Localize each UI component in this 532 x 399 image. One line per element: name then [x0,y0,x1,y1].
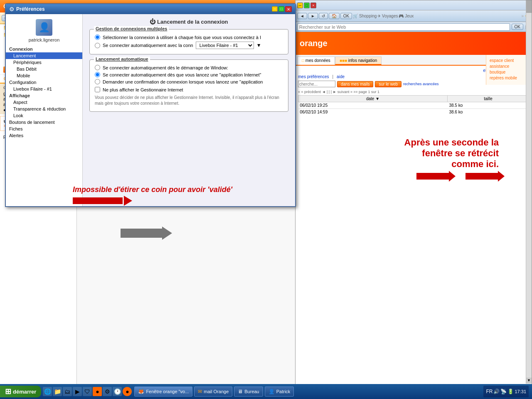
browser-toolbar: ◄ ► ↺ 🏠 OK 🛒 Shopping ✈ Voyages 🎮 Jeux »… [296,10,532,22]
radio5-input[interactable] [95,79,100,84]
recherches-link[interactable]: recherches avancées [403,82,439,86]
forward-btn[interactable]: ► [308,13,318,19]
browser-top-bar: ─ □ × [296,0,532,10]
radio1-input[interactable] [95,34,100,40]
sur-web-btn[interactable]: sur le web [375,81,401,87]
window2-icon: ✉ [198,389,202,394]
taskbar-window4-btn[interactable]: 👤 Patrick [265,387,294,397]
taskbar-quick-launch: 🌐 📁 🗂 ▶ 🛡 ● ⚙ 🕐 ● [43,387,132,396]
tab-infos-nav[interactable]: ■■■ infos navigation [335,57,382,65]
b-size2: 38.6 ko [447,109,529,116]
taskbar-clock-icon[interactable]: 🕐 [113,387,122,396]
b-date1: 06/02/10 19:25 [298,102,448,109]
nav-livebox[interactable]: Livebox Filaire - #1 [6,86,82,92]
more-btn[interactable]: » [521,14,524,18]
mes-prefs-link[interactable]: mes préférences [298,74,329,79]
taskbar-orange2-icon[interactable]: ● [123,387,132,396]
dropdown-arrow[interactable]: ▼ [256,42,261,48]
radio-option-5: Demander une confirmation de connexion l… [95,79,283,84]
browser-search-input[interactable] [297,23,510,31]
tray-sound-icon: 🔊 [493,389,500,394]
prefs-sidebar: 👤 patrick.ligneron Connexion Lancement P… [6,14,83,206]
nav-aspect[interactable]: Aspect [6,99,82,106]
nav-fiches[interactable]: Fiches [6,126,82,132]
radio4-input[interactable] [95,72,100,77]
dans-mails-btn[interactable]: dans mes mails [337,81,373,87]
radio-option-4: Se connecter automatiquement dès que vou… [95,72,283,77]
tray-battery-icon: 🔋 [507,389,514,394]
nav-configuration[interactable]: Configuration [6,79,82,86]
taskbar-orange-icon[interactable]: ● [93,387,102,396]
nav-alertes[interactable]: Alertes [6,132,82,139]
maximize-btn[interactable]: □ [278,6,284,12]
radio-option-3: Se connecter automatiquement dès le déma… [95,65,283,70]
prefs-body: 👤 patrick.ligneron Connexion Lancement P… [6,14,295,206]
voyages-link[interactable]: ✈ Voyages [377,14,398,18]
nav-connexion: Connexion [6,46,82,52]
orange-banner: orange [296,32,532,55]
browser-col-taille: taille [447,96,529,102]
taskbar-folder-icon[interactable]: 📁 [53,387,62,396]
windows-logo: ⊞ [5,387,11,396]
preferences-dialog: ⚙ Préférences ─ □ ✕ 👤 patrick.ligneron C… [5,3,296,207]
back-btn[interactable]: ◄ [297,13,307,19]
table-row[interactable]: 06/02/10 14:59 38.6 ko [298,109,529,116]
livebox-dropdown[interactable]: Livebox Filaire - #1 [196,42,254,49]
checkbox1-input[interactable] [95,87,100,92]
close-btn[interactable]: ✕ [285,6,292,12]
window-maximize[interactable]: □ [304,2,310,8]
nav-mobile[interactable]: Mobile [6,72,82,79]
refresh-btn[interactable]: ↺ [319,13,328,19]
mail-search-input[interactable] [298,81,335,87]
taskbar-media-icon[interactable]: ▶ [73,387,82,396]
avatar: 👤 [36,19,52,36]
window-minimize[interactable]: ─ [297,2,303,8]
assistance-link[interactable]: assistance [490,64,528,69]
table-row[interactable]: 06/02/10 19:25 38.5 ko [298,102,529,109]
taskbar-window3-btn[interactable]: 🖥 Bureau [234,387,263,397]
browser-window: ─ □ × ◄ ► ↺ 🏠 OK 🛒 Shopping ✈ Voyages 🎮 … [295,0,532,399]
scrollbar-thumb[interactable] [526,0,532,13]
shopping-link[interactable]: 🛒 Shopping [353,14,377,18]
scrollbar[interactable]: ▼ [526,0,532,384]
browser-search-bar: OK ⊞ [296,22,532,32]
browser-content: orange espace client assistance boutique… [296,32,532,399]
nav-look[interactable]: Look [6,112,82,119]
scrollbar-down[interactable]: ▼ [526,378,532,384]
radio2-input[interactable] [95,43,100,48]
window-close[interactable]: × [310,2,316,8]
prefs-dialog-title: Préférences [16,6,45,12]
taskbar-right: FR 🔊 📡 🔋 17:31 [483,386,532,397]
reperes-link[interactable]: repères mobile [490,76,528,80]
radio2-label: Se connecter automatiquement avec la con… [103,43,193,48]
nav-peripheriques[interactable]: Périphériques [6,59,82,66]
tab-icon: □ [302,58,304,63]
nav-transparence[interactable]: Transparence & réduction [6,106,82,112]
radio3-input[interactable] [95,65,100,70]
radio3-label: Se connecter automatiquement dès le déma… [103,65,228,70]
boutique-link[interactable]: boutique [490,70,528,74]
taskbar-window2-btn[interactable]: ✉ mail Orange [194,387,232,397]
aide-link[interactable]: aide [337,74,345,79]
taskbar-explorer-icon[interactable]: 🗂 [63,387,72,396]
tab-mes-donnees[interactable]: □ mes données [297,57,335,65]
minimize-btn[interactable]: ─ [272,6,278,12]
jeux-link[interactable]: 🎮 Jeux [399,14,414,18]
username-label: patrick.ligneron [6,37,82,42]
espace-client-link[interactable]: espace client [490,58,528,63]
taskbar-security-icon[interactable]: 🛡 [83,387,92,396]
taskbar-window1-btn[interactable]: 🦊 Fenêtre orange "vo... [134,387,192,397]
tray-lang: FR [486,389,493,394]
taskbar-ie-icon[interactable]: 🌐 [43,387,52,396]
home-btn[interactable]: 🏠 [329,13,340,19]
nav-lancement[interactable]: Lancement [6,52,82,59]
ok-btn[interactable]: OK [340,13,352,19]
window4-icon: 👤 [268,389,275,394]
search-ok-btn[interactable]: OK [512,24,523,30]
nav-boutons[interactable]: Boutons de lancement [6,119,82,126]
lancement-auto-title: Lancement automatique [94,57,150,62]
browser-table-header: date ▼ taille [298,96,529,102]
start-button[interactable]: ⊞ démarrer [0,386,41,397]
nav-bas-debit[interactable]: Bas Débit [6,66,82,72]
taskbar-misc-icon[interactable]: ⚙ [103,387,112,396]
